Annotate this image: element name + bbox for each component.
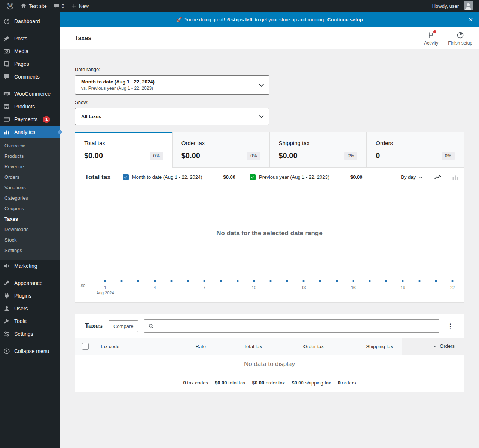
sidebar-item-woocommerce[interactable]: WooCommerce <box>0 88 60 100</box>
continue-setup-link[interactable]: Continue setup <box>327 17 363 22</box>
chart-data-point <box>286 280 288 282</box>
sidebar-item-products[interactable]: Products <box>0 100 60 113</box>
search-input[interactable] <box>157 323 435 329</box>
compare-button[interactable]: Compare <box>109 320 138 332</box>
x-axis-tick-label: 16 <box>351 285 356 290</box>
summary-card-order-tax[interactable]: Order tax $0.00 0% <box>173 132 270 168</box>
date-range-text: Month to date (Aug 1 - 22, 2024) vs. Pre… <box>81 79 155 91</box>
legend-value: $0.00 <box>223 174 236 180</box>
column-header-total-tax[interactable]: Total tax <box>215 338 271 355</box>
submenu-item-stock[interactable]: Stock <box>0 235 60 245</box>
legend-item-current-period[interactable]: Month to date (Aug 1 - 22, 2024) $0.00 <box>123 174 235 180</box>
select-all-checkbox[interactable] <box>82 343 89 350</box>
summary-card-label: Shipping tax <box>279 140 358 146</box>
site-name-link[interactable]: Test site <box>17 0 50 12</box>
date-range-select[interactable]: Month to date (Aug 1 - 22, 2024) vs. Pre… <box>75 75 269 95</box>
legend-item-previous-period[interactable]: Previous year (Aug 1 - 22, 2023) $0.00 <box>250 174 362 180</box>
summary-card-label: Total tax <box>84 140 163 146</box>
column-header-tax-code[interactable]: Tax code <box>94 338 166 355</box>
summary-card-delta-badge: 0% <box>344 152 357 160</box>
new-label: New <box>79 3 89 9</box>
chart-data-point <box>204 280 205 282</box>
sidebar-item-label: Tools <box>14 317 27 325</box>
column-header-order-tax[interactable]: Order tax <box>271 338 333 355</box>
sidebar-item-settings[interactable]: Settings <box>0 328 60 340</box>
line-chart-button[interactable] <box>429 168 446 187</box>
summary-card-orders[interactable]: Orders 0 0% <box>367 132 464 168</box>
date-range-value: Month to date (Aug 1 - 22, 2024) <box>81 79 155 85</box>
sidebar-separator <box>0 28 60 32</box>
sidebar-item-plugins[interactable]: Plugins <box>0 289 60 302</box>
submenu-item-revenue[interactable]: Revenue <box>0 162 60 172</box>
summary-card-shipping-tax[interactable]: Shipping tax $0.00 0% <box>270 132 367 168</box>
submenu-item-downloads[interactable]: Downloads <box>0 224 60 235</box>
x-axis-tick-label: 22 <box>450 285 455 290</box>
finish-setup-button[interactable]: Finish setup <box>448 31 472 46</box>
sidebar-item-tools[interactable]: Tools <box>0 315 60 328</box>
sidebar-item-pages[interactable]: Pages <box>0 58 60 70</box>
table-header: Taxes Compare ⋮ <box>75 314 464 338</box>
sidebar-item-posts[interactable]: Posts <box>0 32 60 45</box>
sort-desc-icon <box>433 344 437 349</box>
sidebar-item-dashboard[interactable]: Dashboard <box>0 15 60 28</box>
column-header-orders[interactable]: Orders <box>402 338 464 355</box>
table-title: Taxes <box>85 322 103 330</box>
svg-text:W: W <box>8 4 12 8</box>
sidebar-item-label: Posts <box>14 35 27 42</box>
chart-title: Total tax <box>85 174 111 181</box>
submenu-item-coupons[interactable]: Coupons <box>0 203 60 214</box>
submenu-item-overview[interactable]: Overview <box>0 141 60 151</box>
submenu-item-taxes[interactable]: Taxes <box>0 214 60 224</box>
comment-icon <box>54 3 60 9</box>
submenu-item-categories[interactable]: Categories <box>0 193 60 203</box>
search-box[interactable] <box>144 319 439 333</box>
checkbox-checked-icon[interactable] <box>123 174 129 180</box>
sidebar-item-appearance[interactable]: Appearance <box>0 277 60 289</box>
interval-select[interactable]: By day <box>394 168 429 187</box>
submenu-item-orders[interactable]: Orders <box>0 172 60 182</box>
admin-bar-right: Howdy, user <box>429 0 476 12</box>
page-title: Taxes <box>75 35 91 42</box>
sidebar-item-payments[interactable]: Payments 1 <box>0 113 60 126</box>
sidebar-item-label: Users <box>14 305 28 312</box>
close-icon[interactable]: ✕ <box>468 17 473 22</box>
summary-card-delta-badge: 0% <box>150 152 163 160</box>
comments-bubble-icon <box>3 73 10 80</box>
sidebar-item-media[interactable]: Media <box>0 45 60 58</box>
sidebar-item-users[interactable]: Users <box>0 302 60 315</box>
sidebar-item-collapse-menu[interactable]: Collapse menu <box>0 345 60 358</box>
chart-data-point <box>402 280 404 282</box>
activity-button[interactable]: Activity <box>424 31 438 46</box>
summary-card-value: $0.00 <box>84 151 103 160</box>
sidebar-item-comments[interactable]: Comments <box>0 70 60 83</box>
show-select[interactable]: All taxes <box>75 108 269 125</box>
column-header-shipping-tax[interactable]: Shipping tax <box>333 338 402 355</box>
comments-link[interactable]: 0 <box>50 0 68 12</box>
brush-icon <box>3 279 10 287</box>
account-menu[interactable]: Howdy, user <box>429 0 476 12</box>
taxes-table: Tax code Rate Total tax Order tax Shippi… <box>75 338 464 374</box>
sidebar-item-label: Plugins <box>14 292 31 300</box>
new-content-link[interactable]: New <box>68 0 92 12</box>
submenu-item-products[interactable]: Products <box>0 151 60 162</box>
comments-count: 0 <box>62 3 64 9</box>
bar-chart-button[interactable] <box>446 168 464 187</box>
summary-card-total-tax[interactable]: Total tax $0.00 0% <box>75 132 173 168</box>
submenu-item-settings[interactable]: Settings <box>0 245 60 256</box>
submenu-item-variations[interactable]: Variations <box>0 182 60 193</box>
greeting-text: Howdy, user <box>432 3 459 9</box>
sidebar-item-marketing[interactable]: Marketing <box>0 260 60 272</box>
banner-message-rest: to get your store up and running. <box>255 17 325 22</box>
sidebar-item-label: Marketing <box>14 262 37 270</box>
chart-data-point <box>452 280 454 282</box>
checkbox-checked-icon[interactable] <box>250 174 256 180</box>
sidebar-item-analytics[interactable]: Analytics <box>0 126 60 138</box>
sidebar-item-label: Settings <box>14 330 33 338</box>
sidebar-item-label: Appearance <box>14 279 43 287</box>
home-icon <box>21 3 27 9</box>
column-header-rate[interactable]: Rate <box>166 338 215 355</box>
ellipsis-menu-icon[interactable]: ⋮ <box>445 322 455 331</box>
x-axis-month-label: Aug 2024 <box>96 291 114 295</box>
wp-logo-menu[interactable]: W <box>3 0 17 12</box>
pin-icon <box>3 35 10 42</box>
